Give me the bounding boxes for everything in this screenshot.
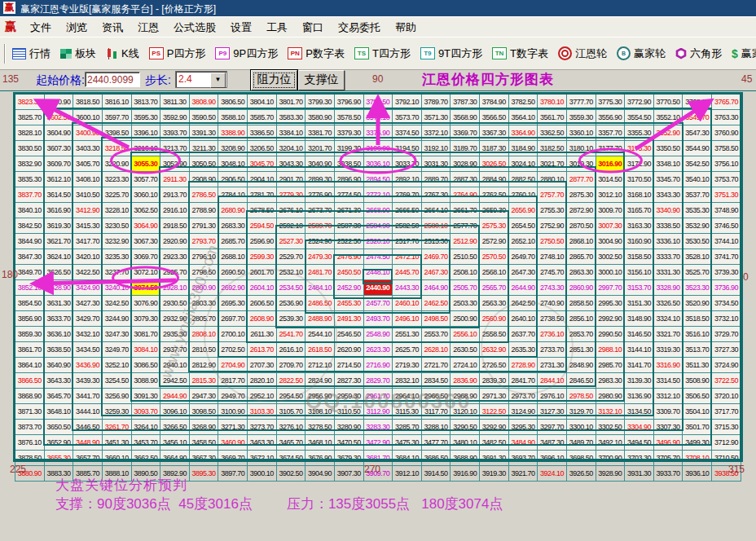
toolbar-item-9t-square[interactable]: T99T四方形 [415,46,487,61]
toolbar-item-kline[interactable]: K线 [101,46,144,61]
grid-cell: 3784.90 [480,95,509,110]
grid-cell: 3856.90 [15,311,45,327]
menu-item-news[interactable]: 资讯 [94,21,130,33]
grid-cell: 2702.50 [218,342,248,358]
footer-analysis-title: 大盘关键位分析预判 [55,476,187,495]
grid-cell: 2805.70 [189,311,218,327]
start-price-label: 起始价格: [36,73,85,88]
grid-cell: 3700.90 [596,451,625,466]
grid-cell: 2772.10 [363,187,393,203]
toolbar-item-p-square[interactable]: PSP四方形 [144,46,211,61]
step-combobox[interactable]: 2.4 ▼ [176,72,226,87]
title-bar: 赢 赢家江恩专业版[赢家服务平台] - [价格正方形] [0,0,756,17]
grid-cell: 2875.30 [566,187,596,203]
grid-cell: 2856.10 [566,311,596,327]
grid-cell: 2673.70 [305,203,335,218]
menu-item-help[interactable]: 帮助 [388,21,424,33]
grid-cell: 3160.90 [625,234,654,249]
grid-cell: 2750.50 [538,234,567,249]
menu-item-gann[interactable]: 江恩 [130,21,166,33]
grid-cell: 3936.10 [683,466,712,482]
grid-cell: 2577.70 [451,218,480,234]
grid-cell: 3196.90 [363,141,393,156]
grid-cell: 3163.30 [625,218,654,234]
grid-cell: 3369.70 [451,125,480,141]
grid-cell: 3602.50 [44,110,73,125]
grid-cell: 3652.90 [44,435,73,451]
grid-cell-highlight-45: 3016.90 [596,156,625,172]
grid-cell: 3902.50 [276,466,305,482]
menu-item-browse[interactable]: 浏览 [59,21,94,33]
menu-item-file[interactable]: 文件 [23,21,59,33]
toolbar-item-9p-square[interactable]: P99P四方形 [210,46,283,61]
grid-cell: 3494.50 [625,435,654,451]
grid-cell: 3429.70 [73,311,103,327]
grid-cell: 3844.90 [15,234,45,249]
grid-cell: 2808.10 [189,327,218,342]
grid-cell: 2563.30 [480,296,509,311]
grid-cell: 2860.90 [566,280,596,296]
grid-cell: 3280.90 [334,420,363,435]
grid-cell: 2757.70 [538,187,567,203]
menu-item-trade-entrust[interactable]: 交易委托 [331,21,388,33]
grid-cell: 3019.30 [566,156,596,172]
grid-cell: 2714.50 [334,358,363,373]
grid-cell: 2764.90 [451,187,480,203]
menu-item-settings[interactable]: 设置 [223,21,259,33]
grid-cell: 2570.50 [480,249,509,265]
chevron-down-icon[interactable]: ▼ [210,73,226,88]
grid-cell: 3333.70 [653,249,683,265]
menu-item-formula-stock-pick[interactable]: 公式选股 [166,21,223,33]
grid-cell: 3523.30 [683,280,712,296]
toolbar-item-winner-service[interactable]: $赢家服务 [727,46,756,61]
toolbar-item-t-number-table[interactable]: TNT数字表 [487,46,553,61]
grid-cell: 2966.50 [421,389,451,404]
grid-cell: 3194.50 [393,141,422,156]
toolbar-item-gann-wheel[interactable]: 江恩轮 [553,46,612,61]
grid-cell: 3782.50 [508,95,538,110]
grid-cell: 2719.30 [393,358,422,373]
toolbar-item-quotes[interactable]: 行情 [7,46,55,61]
grid-cell: 3854.50 [15,296,45,311]
support-button[interactable]: 支撑位 [298,70,345,90]
grid-cell: 3559.30 [566,110,596,125]
toolbar-item-sectors[interactable]: 板块 [55,46,101,61]
grid-cell: 3873.70 [15,420,45,435]
toolbar-item-hexagon[interactable]: 六角形 [670,46,727,61]
grid-cell: 2515.30 [421,234,451,249]
grid-cell: 2620.90 [334,342,363,358]
menu-item-window[interactable]: 窗口 [295,21,331,33]
grid-cell: 3897.70 [218,466,248,482]
toolbar-item-p-number-table[interactable]: PNP数字表 [283,46,349,61]
grid-cell: 2740.90 [538,296,567,311]
grid-cell: 2659.30 [480,203,509,218]
grid-cell: 3715.30 [712,420,741,435]
resistance-button[interactable]: 阻力位 [251,70,297,90]
toolbar-item-winner-wheel[interactable]: B赢家轮 [612,46,670,61]
grid-cell: 3103.30 [248,404,277,420]
toolbar-item-t-square[interactable]: TST四方形 [349,46,415,61]
separator-line [0,90,756,91]
grid-cell: 3412.90 [73,203,103,218]
grid-cell: 3763.30 [712,110,741,125]
grid-cell: 2685.70 [218,234,248,249]
start-price-input[interactable] [85,72,140,87]
grid-cell: 3292.90 [480,420,509,435]
grid-cell: 3295.30 [508,420,538,435]
grid-cell: 3168.10 [625,187,654,203]
grid-cell: 3254.50 [102,373,131,389]
grid-cell: 2767.30 [421,187,451,203]
grid-cell: 3319.30 [653,342,683,358]
grid-cell: 3775.30 [596,95,625,110]
grid-cell: 3451.30 [102,435,131,451]
grid-cell: 2973.70 [508,389,538,404]
grid-cell: 2911.30 [160,172,190,187]
grid-cell: 2512.90 [451,234,480,249]
grid-cell: 2832.10 [393,373,422,389]
degree-label-180: 180 [2,269,18,280]
grid-cell: 3724.90 [712,358,741,373]
grid-cell: 3444.10 [73,404,103,420]
grid-cell: 3727.30 [712,342,741,358]
menu-item-tools[interactable]: 工具 [259,21,295,33]
grid-cell: 2443.30 [393,280,422,296]
